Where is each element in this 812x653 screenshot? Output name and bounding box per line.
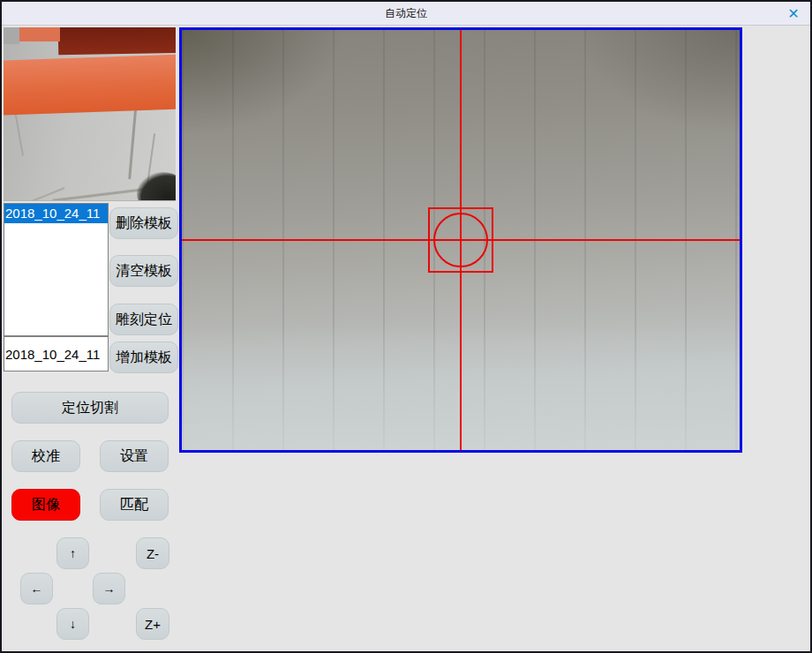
template-preview-image xyxy=(4,27,176,201)
orange-beam-shape xyxy=(4,54,176,115)
gray-patch-shape xyxy=(4,27,19,44)
template-name-input[interactable] xyxy=(4,336,109,372)
position-cut-button[interactable]: 定位切割 xyxy=(11,392,169,424)
calibrate-button[interactable]: 校准 xyxy=(11,440,80,472)
clear-templates-button[interactable]: 清空模板 xyxy=(109,255,178,287)
close-icon[interactable]: ✕ xyxy=(784,4,803,22)
dark-object-shape xyxy=(137,172,176,201)
auto-position-dialog: 自动定位 ✕ 2018_10_24_11 删除模板 清空模板 雕刻定位 增加模板… xyxy=(0,0,812,653)
jog-z-minus-button[interactable]: Z- xyxy=(136,537,169,569)
settings-button[interactable]: 设置 xyxy=(100,440,169,472)
delete-template-button[interactable]: 删除模板 xyxy=(109,207,178,239)
dark-red-shape xyxy=(58,27,176,55)
jog-right-button[interactable]: → xyxy=(93,573,125,604)
image-button[interactable]: 图像 xyxy=(11,489,80,521)
dialog-title: 自动定位 xyxy=(385,6,427,21)
roi-circle-overlay xyxy=(433,213,488,267)
jog-down-button[interactable]: ↓ xyxy=(56,608,89,640)
camera-view[interactable] xyxy=(179,27,742,453)
jog-up-button[interactable]: ↑ xyxy=(56,537,89,569)
engrave-position-button[interactable]: 雕刻定位 xyxy=(109,304,178,335)
jog-left-button[interactable]: ← xyxy=(20,573,53,604)
match-button[interactable]: 匹配 xyxy=(100,489,169,521)
titlebar: 自动定位 ✕ xyxy=(2,2,810,26)
template-list[interactable]: 2018_10_24_11 xyxy=(4,203,109,336)
salmon-patch-shape xyxy=(19,27,60,41)
jog-z-plus-button[interactable]: Z+ xyxy=(136,608,169,640)
template-list-item[interactable]: 2018_10_24_11 xyxy=(4,204,108,223)
add-template-button[interactable]: 增加模板 xyxy=(109,342,178,373)
